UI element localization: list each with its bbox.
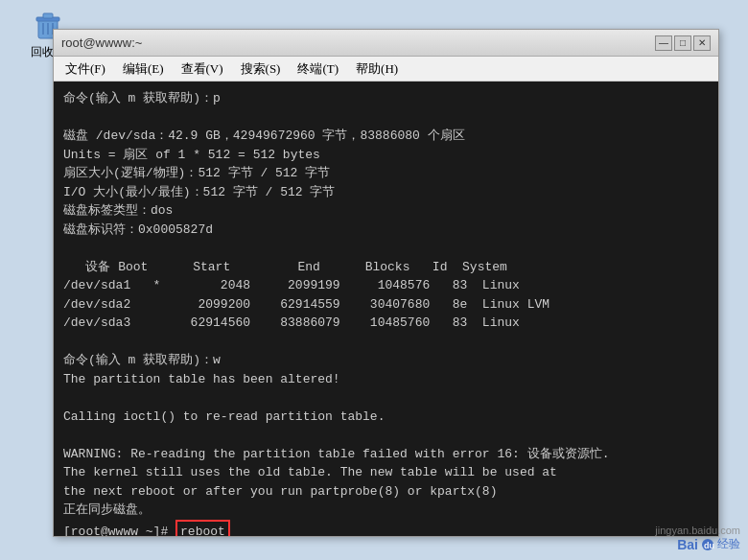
term-line-blank4 xyxy=(63,388,709,408)
watermark-logo: Bai du 经验 xyxy=(655,536,740,552)
title-bar: root@wwww:~ — □ ✕ xyxy=(54,30,718,57)
term-table-header: 设备 Boot Start End Blocks Id System xyxy=(63,258,709,277)
terminal-window: root@wwww:~ — □ ✕ 文件(F) 编辑(E) 查看(V) 搜索(S… xyxy=(53,29,719,537)
term-row-sda1: /dev/sda1 * 2048 2099199 1048576 83 Linu… xyxy=(63,276,709,295)
term-row-sda2: /dev/sda2 2099200 62914559 30407680 8e L… xyxy=(63,295,709,315)
close-button[interactable]: ✕ xyxy=(693,35,711,51)
menu-edit[interactable]: 编辑(E) xyxy=(115,58,172,80)
menu-bar: 文件(F) 编辑(E) 查看(V) 搜索(S) 终端(T) 帮助(H) xyxy=(54,57,718,82)
term-line-altered: The partition table has been altered! xyxy=(63,370,709,389)
menu-view[interactable]: 查看(V) xyxy=(174,58,231,80)
term-line-identifier: 磁盘标识符：0x0005827d xyxy=(63,221,709,240)
term-line-sector-size: 扇区大小(逻辑/物理)：512 字节 / 512 字节 xyxy=(63,164,709,183)
baidu-logo-icon: du xyxy=(700,537,715,552)
minimize-button[interactable]: — xyxy=(655,35,672,51)
term-line-syncing: 正在同步磁盘。 xyxy=(63,501,709,520)
term-line-units: Units = 扇区 of 1 * 512 = 512 bytes xyxy=(63,146,709,165)
menu-file[interactable]: 文件(F) xyxy=(58,58,113,80)
term-line-io-size: I/O 大小(最小/最佳)：512 字节 / 512 字节 xyxy=(63,183,709,202)
term-line-cmd-w: 命令(输入 m 获取帮助)：w xyxy=(63,351,709,370)
term-line-blank5 xyxy=(63,426,709,445)
terminal-content[interactable]: 命令(输入 m 获取帮助)：p 磁盘 /dev/sda：42.9 GB，4294… xyxy=(54,82,718,536)
term-line-calling: Calling ioctl() to re-read partition tab… xyxy=(63,408,709,427)
term-line-label-type: 磁盘标签类型：dos xyxy=(63,201,709,221)
term-line-warning: WARNING: Re-reading the partition table … xyxy=(63,445,709,464)
term-line-blank1 xyxy=(63,108,709,128)
menu-terminal[interactable]: 终端(T) xyxy=(290,58,346,80)
svg-rect-2 xyxy=(43,13,53,18)
term-line-kernel: The kernel still uses the old table. The… xyxy=(63,463,709,482)
term-line-blank3 xyxy=(63,333,709,352)
term-line-reboot: [root@wwww ~]# reboot xyxy=(63,520,709,537)
menu-help[interactable]: 帮助(H) xyxy=(348,58,406,80)
baidu-suffix: 经验 xyxy=(717,536,740,552)
term-line-blank2 xyxy=(63,239,709,258)
watermark-url: jingyan.baidu.com xyxy=(655,525,740,536)
window-title: root@wwww:~ xyxy=(61,35,142,50)
window-controls: — □ ✕ xyxy=(655,35,711,51)
baidu-text: Bai xyxy=(677,537,698,552)
maximize-button[interactable]: □ xyxy=(674,35,691,51)
menu-search[interactable]: 搜索(S) xyxy=(233,58,289,80)
watermark: jingyan.baidu.com Bai du 经验 xyxy=(655,525,740,552)
term-line-1: 命令(输入 m 获取帮助)：p xyxy=(63,89,709,108)
term-line-disk: 磁盘 /dev/sda：42.9 GB，42949672960 字节，83886… xyxy=(63,127,709,146)
term-line-reboot-msg: the next reboot or after you run partpro… xyxy=(63,482,709,502)
reboot-command: reboot xyxy=(175,520,230,537)
term-row-sda3: /dev/sda3 62914560 83886079 10485760 83 … xyxy=(63,314,709,333)
svg-text:du: du xyxy=(704,541,714,550)
